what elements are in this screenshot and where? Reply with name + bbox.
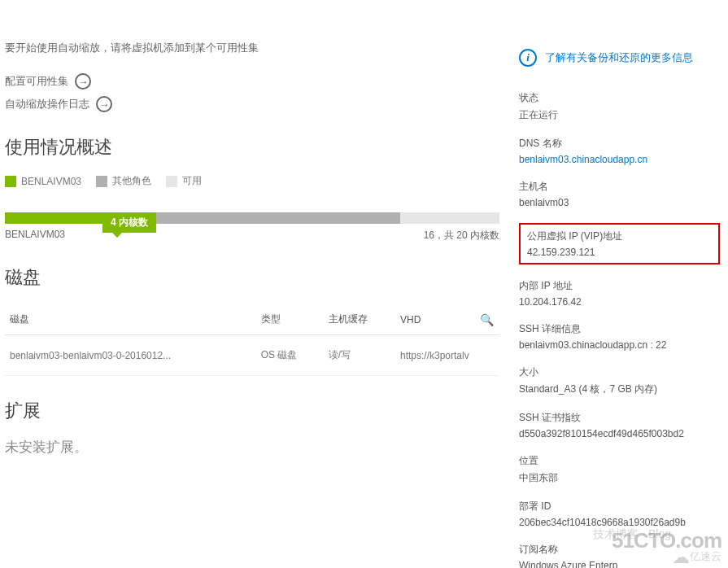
usage-overview-title: 使用情况概述 <box>5 135 499 159</box>
autoscale-log-link[interactable]: 自动缩放操作日志 → <box>5 96 499 112</box>
size-label: 大小 <box>519 365 720 379</box>
arrow-right-icon: → <box>75 73 91 90</box>
prop-ssh-fp: SSH 证书指纹 d550a392f810154ecdf49d465f003bd… <box>519 411 720 439</box>
internal-ip-value: 10.204.176.42 <box>519 296 720 308</box>
deploy-id-value: 206bec34cf10418c9668a1930f26ad9b <box>519 517 720 528</box>
col-vhd[interactable]: VHD <box>395 304 475 335</box>
status-label: 状态 <box>519 91 720 105</box>
prop-status: 状态 正在运行 <box>519 91 720 122</box>
cloud-icon: ☁ <box>672 547 690 567</box>
location-label: 位置 <box>519 454 720 468</box>
hostname-value: benlaivm03 <box>519 197 720 208</box>
prop-vip-highlight: 公用虚拟 IP (VIP)地址 42.159.239.121 <box>519 223 720 264</box>
prop-hostname: 主机名 benlaivm03 <box>519 180 720 208</box>
configure-availability-link[interactable]: 配置可用性集 → <box>5 73 499 90</box>
disk-table: 磁盘 类型 主机缓存 VHD 🔍 benlaivm03-benlaivm03-0… <box>5 304 499 376</box>
prop-ssh: SSH 详细信息 benlaivm03.chinacloudapp.cn : 2… <box>519 322 720 351</box>
ssh-fp-label: SSH 证书指纹 <box>519 411 720 425</box>
vip-value: 42.159.239.121 <box>527 247 712 258</box>
backup-info-link[interactable]: i 了解有关备份和还原的更多信息 <box>519 49 720 67</box>
legend-available: 可用 <box>166 174 202 188</box>
bar-seg-available <box>400 212 499 224</box>
vip-label: 公用虚拟 IP (VIP)地址 <box>527 229 712 243</box>
col-disk-type[interactable]: 类型 <box>256 304 324 335</box>
disks-title: 磁盘 <box>5 265 499 290</box>
backup-info-label: 了解有关备份和还原的更多信息 <box>545 50 693 65</box>
autoscale-hint: 要开始使用自动缩放，请将虚拟机添加到某个可用性集 <box>5 41 499 55</box>
status-value: 正在运行 <box>519 108 720 122</box>
swatch-gray-icon <box>96 176 107 187</box>
prop-deploy-id: 部署 ID 206bec34cf10418c9668a1930f26ad9b <box>519 500 720 528</box>
deploy-id-label: 部署 ID <box>519 500 720 513</box>
prop-internal-ip: 内部 IP 地址 10.204.176.42 <box>519 279 720 308</box>
size-value: Standard_A3 (4 核，7 GB 内存) <box>519 382 720 396</box>
swatch-green-icon <box>5 176 16 187</box>
dns-label: DNS 名称 <box>519 137 720 151</box>
legend-other-label: 其他角色 <box>112 174 151 188</box>
cores-usage-bar: 4 内核数 BENLAIVM03 16，共 20 内核数 <box>5 212 499 242</box>
hostname-label: 主机名 <box>519 180 720 194</box>
autoscale-log-label: 自动缩放操作日志 <box>5 97 89 111</box>
location-value: 中国东部 <box>519 471 720 485</box>
arrow-right-icon: → <box>96 96 112 112</box>
watermark-yisu: ☁亿速云 <box>672 547 721 568</box>
legend-vm: BENLAIVM03 <box>5 176 81 187</box>
disk-vhd-cell: https://k3portalv <box>395 335 499 376</box>
disk-name-cell: benlaivm03-benlaivm03-0-2016012... <box>5 335 256 376</box>
extensions-title: 扩展 <box>5 399 499 423</box>
bar-seg-vm <box>5 212 104 224</box>
legend-vm-label: BENLAIVM03 <box>21 176 81 187</box>
configure-availability-label: 配置可用性集 <box>5 74 68 89</box>
internal-ip-label: 内部 IP 地址 <box>519 279 720 293</box>
dns-value[interactable]: benlaivm03.chinacloudapp.cn <box>519 154 720 165</box>
prop-location: 位置 中国东部 <box>519 454 720 485</box>
disk-type-cell: OS 磁盘 <box>256 335 324 376</box>
col-search[interactable]: 🔍 <box>475 304 499 335</box>
disk-cache-cell: 读/写 <box>324 335 395 376</box>
bar-left-label: BENLAIVM03 <box>5 229 65 242</box>
prop-size: 大小 Standard_A3 (4 核，7 GB 内存) <box>519 365 720 396</box>
ssh-fp-value: d550a392f810154ecdf49d465f003bd2 <box>519 428 720 439</box>
prop-dns: DNS 名称 benlaivm03.chinacloudapp.cn <box>519 137 720 165</box>
cores-badge: 4 内核数 <box>102 212 156 233</box>
col-disk-name[interactable]: 磁盘 <box>5 304 256 335</box>
legend: BENLAIVM03 其他角色 可用 <box>5 174 499 188</box>
extensions-empty-text: 未安装扩展。 <box>5 438 499 457</box>
swatch-light-icon <box>166 176 177 187</box>
ssh-value: benlaivm03.chinacloudapp.cn : 22 <box>519 339 720 351</box>
table-row[interactable]: benlaivm03-benlaivm03-0-2016012... OS 磁盘… <box>5 335 499 376</box>
legend-other: 其他角色 <box>96 174 151 188</box>
ssh-label: SSH 详细信息 <box>519 322 720 336</box>
search-icon: 🔍 <box>480 313 494 326</box>
bar-right-label: 16，共 20 内核数 <box>424 229 499 242</box>
col-host-cache[interactable]: 主机缓存 <box>324 304 395 335</box>
info-icon: i <box>519 49 537 67</box>
legend-available-label: 可用 <box>182 174 202 188</box>
